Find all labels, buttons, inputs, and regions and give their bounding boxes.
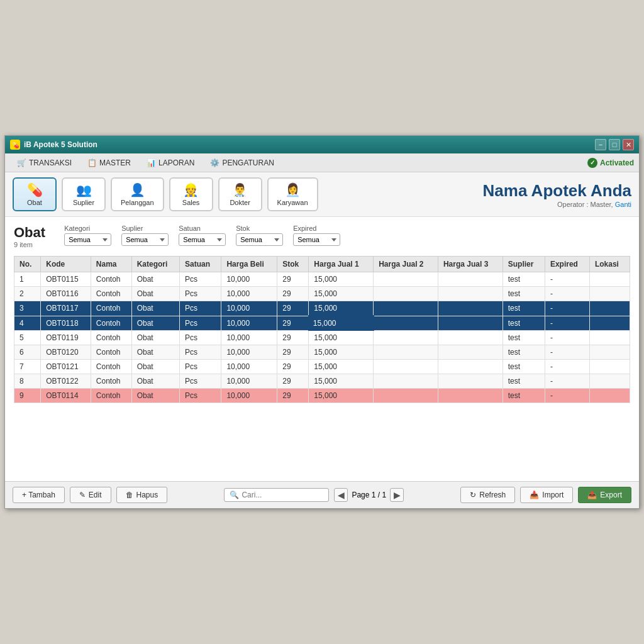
filter-kategori: Kategori Semua <box>64 225 111 246</box>
table-row[interactable]: 6OBT0120ContohObatPcs10,0002915,000test- <box>14 345 630 360</box>
filters: Kategori Semua Suplier Semua Satuan <box>64 225 340 246</box>
table-row[interactable]: 2OBT0116ContohObatPcs10,0002915,000test- <box>14 287 630 301</box>
app-title-section: Nama Apotek Anda Operator : Master, Gant… <box>483 181 631 208</box>
filter-satuan-label: Satuan <box>179 225 226 232</box>
col-kategori: Kategori <box>131 257 179 272</box>
import-button[interactable]: 📥 Import <box>520 487 573 503</box>
filter-stok-label: Stok <box>236 225 283 232</box>
ganti-link[interactable]: Ganti <box>615 201 631 208</box>
filter-stok-select[interactable]: Semua <box>236 233 283 246</box>
activated-badge: ✓ Activated <box>587 158 634 168</box>
table-row[interactable]: 4OBT0118ContohObatPcs10,0002915,000test- <box>14 316 630 330</box>
page-header: Obat 9 item Kategori Semua Suplier Semua <box>14 225 630 248</box>
nav-dokter[interactable]: 👨‍⚕️ Dokter <box>218 177 262 211</box>
table-row[interactable]: 1OBT0115ContohObatPcs10,0002915,000test- <box>14 272 630 287</box>
main-window: 💊 iB Apotek 5 Solution − □ ✕ 🛒 TRANSAKSI… <box>4 135 640 509</box>
item-count: 9 item <box>14 241 45 248</box>
filter-suplier-label: Suplier <box>121 225 169 232</box>
app-title: Nama Apotek Anda <box>483 181 631 201</box>
suplier-icon: 👥 <box>76 182 92 197</box>
obat-icon: 💊 <box>27 182 43 197</box>
table-row[interactable]: 7OBT0121ContohObatPcs10,0002915,000test- <box>14 360 630 374</box>
search-wrapper: 🔍 <box>224 488 329 502</box>
filter-expired: Expired Semua <box>293 225 340 246</box>
app-icon: 💊 <box>10 140 20 150</box>
page-info: Page 1 / 1 <box>352 491 386 499</box>
sales-icon: 👷 <box>183 182 199 197</box>
nav-suplier[interactable]: 👥 Suplier <box>62 177 106 211</box>
import-icon: 📥 <box>530 491 539 499</box>
filter-kategori-select[interactable]: Semua <box>64 233 111 246</box>
refresh-button[interactable]: ↻ Refresh <box>460 487 515 503</box>
nav-sales[interactable]: 👷 Sales <box>169 177 213 211</box>
operator-info: Operator : Master, Ganti <box>483 201 631 208</box>
next-page-button[interactable]: ▶ <box>390 488 404 502</box>
data-table: No. Kode Nama Kategori Satuan Harga Beli… <box>14 256 630 403</box>
table-row[interactable]: 5OBT0119ContohObatPcs10,0002915,000test- <box>14 330 630 345</box>
col-suplier: Suplier <box>502 257 545 272</box>
col-harga-beli: Harga Beli <box>221 257 277 272</box>
col-stok: Stok <box>277 257 309 272</box>
pelanggan-icon: 👤 <box>130 182 145 197</box>
col-harga-jual2: Harga Jual 2 <box>374 257 438 272</box>
col-no: No. <box>14 257 41 272</box>
edit-icon: ✎ <box>79 491 86 499</box>
table-row[interactable]: 9OBT0114ContohObatPcs10,0002915,000test- <box>14 389 630 403</box>
filter-expired-select[interactable]: Semua <box>293 233 340 246</box>
menu-laporan[interactable]: 📊 LAPORAN <box>140 155 201 170</box>
dokter-icon: 👨‍⚕️ <box>232 182 248 197</box>
refresh-icon: ↻ <box>470 491 476 499</box>
page-title-section: Obat 9 item <box>14 225 45 248</box>
pagination: ◀ Page 1 / 1 ▶ <box>334 488 404 502</box>
menu-master[interactable]: 📋 MASTER <box>80 155 137 170</box>
menu-transaksi[interactable]: 🛒 TRANSAKSI <box>10 155 78 170</box>
check-icon: ✓ <box>587 158 597 168</box>
search-input[interactable] <box>242 491 323 499</box>
filter-satuan: Satuan Semua <box>179 225 226 246</box>
maximize-button[interactable]: □ <box>609 139 620 150</box>
title-bar: 💊 iB Apotek 5 Solution − □ ✕ <box>5 136 639 153</box>
nav-obat[interactable]: 💊 Obat <box>13 177 57 211</box>
transaksi-icon: 🛒 <box>16 158 26 168</box>
nav-karyawan[interactable]: 👩‍💼 Karyawan <box>267 177 318 211</box>
filter-satuan-select[interactable]: Semua <box>179 233 226 246</box>
karyawan-icon: 👩‍💼 <box>285 182 301 197</box>
page-title: Obat <box>14 225 45 241</box>
laporan-icon: 📊 <box>146 158 156 168</box>
filter-expired-label: Expired <box>293 225 340 232</box>
hapus-button[interactable]: 🗑 Hapus <box>116 487 168 503</box>
menu-pengaturan[interactable]: ⚙️ PENGATURAN <box>203 155 280 170</box>
pengaturan-icon: ⚙️ <box>209 158 219 168</box>
col-lokasi: Lokasi <box>589 257 630 272</box>
filter-kategori-label: Kategori <box>64 225 111 232</box>
minimize-button[interactable]: − <box>595 139 606 150</box>
close-button[interactable]: ✕ <box>623 139 634 150</box>
table-row[interactable]: 3OBT0117ContohObatPcs10,0002915,000test- <box>14 301 630 316</box>
nav-bar: 💊 Obat 👥 Suplier 👤 Pelanggan 👷 Sales 👨‍⚕… <box>5 172 639 217</box>
prev-page-button[interactable]: ◀ <box>334 488 348 502</box>
export-button[interactable]: 📤 Export <box>578 487 631 503</box>
edit-button[interactable]: ✎ Edit <box>70 487 111 503</box>
filter-suplier-select[interactable]: Semua <box>121 233 169 246</box>
col-nama: Nama <box>91 257 131 272</box>
master-icon: 📋 <box>87 158 97 168</box>
nav-pelanggan[interactable]: 👤 Pelanggan <box>111 177 164 211</box>
export-icon: 📤 <box>587 491 597 499</box>
col-kode: Kode <box>41 257 91 272</box>
col-harga-jual1: Harga Jual 1 <box>309 257 374 272</box>
hapus-icon: 🗑 <box>126 491 133 499</box>
table-row[interactable]: 8OBT0122ContohObatPcs10,0002915,000test- <box>14 374 630 389</box>
col-harga-jual3: Harga Jual 3 <box>438 257 502 272</box>
search-icon: 🔍 <box>230 491 239 499</box>
col-satuan: Satuan <box>180 257 221 272</box>
tambah-button[interactable]: + Tambah <box>13 487 65 503</box>
content-area: Obat 9 item Kategori Semua Suplier Semua <box>5 217 639 481</box>
col-expired: Expired <box>545 257 589 272</box>
bottom-bar: + Tambah ✎ Edit 🗑 Hapus 🔍 ◀ Page 1 / 1 ▶ <box>5 481 639 508</box>
filter-suplier: Suplier Semua <box>121 225 169 246</box>
menu-bar: 🛒 TRANSAKSI 📋 MASTER 📊 LAPORAN ⚙️ PENGAT… <box>5 153 639 172</box>
window-title: iB Apotek 5 Solution <box>24 140 97 149</box>
filter-stok: Stok Semua <box>236 225 283 246</box>
